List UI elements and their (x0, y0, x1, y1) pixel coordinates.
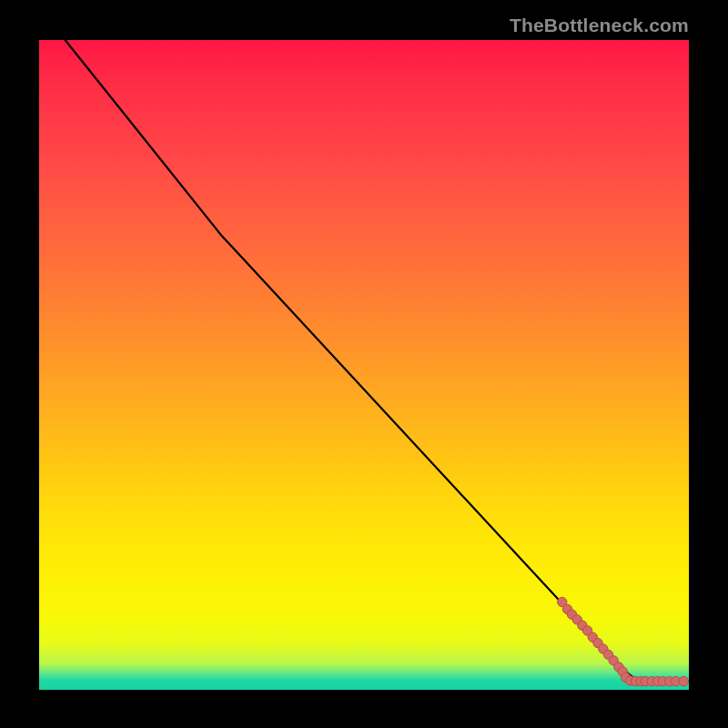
chart-overlay (39, 40, 689, 690)
bottleneck-curve (66, 40, 689, 682)
data-point (679, 677, 688, 686)
chart-frame: TheBottleneck.com (0, 0, 728, 728)
watermark-text: TheBottleneck.com (510, 15, 689, 36)
scatter-group (558, 597, 689, 686)
